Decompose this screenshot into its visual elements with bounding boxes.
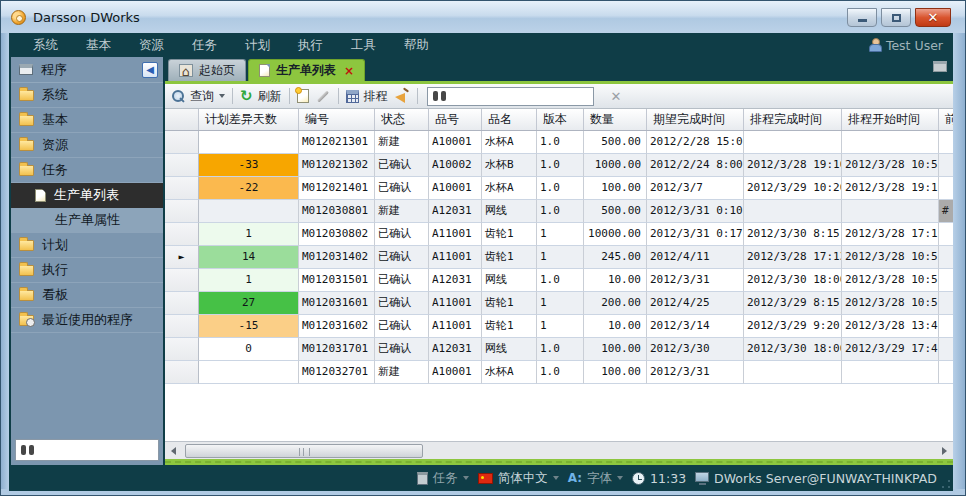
toolbar: 查询 ↻ 刷新 排程 ✕	[165, 84, 953, 109]
cell-sched_end: 2012/3/28 17:13	[744, 246, 842, 269]
row-selector-cell[interactable]	[165, 200, 199, 223]
magnifier-icon	[172, 90, 185, 103]
folder-icon	[19, 165, 34, 176]
row-selector-cell[interactable]	[165, 154, 199, 177]
tab-1[interactable]: 生产单列表×	[248, 59, 365, 81]
column-header-7[interactable]: 期望完成时间	[647, 109, 744, 130]
minimize-button[interactable]	[847, 8, 877, 27]
menu-item-4[interactable]: 计划	[231, 33, 284, 57]
column-header-3[interactable]: 品号	[429, 109, 482, 130]
cell-part_name: 网线	[482, 269, 537, 292]
horizontal-scrollbar[interactable]	[165, 441, 953, 459]
table-row[interactable]: 0M012031701已确认A12031网线1.0100.002012/3/30…	[165, 338, 953, 361]
maximize-button[interactable]	[881, 8, 911, 27]
toolbar-search-box: ✕	[427, 87, 594, 106]
column-header-1[interactable]: 编号	[299, 109, 375, 130]
toolbar-search-input[interactable]	[451, 89, 606, 103]
menu-item-5[interactable]: 执行	[284, 33, 337, 57]
table-row[interactable]: M012032701新建A10001水杯A1.0100.002012/3/31	[165, 361, 953, 384]
table-row[interactable]: M012021301新建A10001水杯A1.0500.002012/2/28 …	[165, 131, 953, 154]
row-selector-cell[interactable]	[165, 361, 199, 384]
sidebar-item-label: 生产单属性	[55, 211, 120, 229]
row-selector-cell[interactable]	[165, 292, 199, 315]
column-header-5[interactable]: 版本	[537, 109, 584, 130]
table-row[interactable]: 1M012030802已确认A11001齿轮1110000.002012/3/3…	[165, 223, 953, 246]
menu-item-0[interactable]: 系统	[19, 33, 72, 57]
status-font-menu[interactable]: A: 字体	[568, 470, 623, 487]
status-language-menu[interactable]: 简体中文	[478, 470, 559, 487]
scrollbar-thumb[interactable]	[185, 444, 423, 458]
column-header-4[interactable]: 品名	[482, 109, 537, 130]
table-row[interactable]: ►14M012031402已确认A11001齿轮11245.002012/4/1…	[165, 246, 953, 269]
table-row[interactable]: M012030801新建A12031网线1.0500.002012/3/31 0…	[165, 200, 953, 223]
sidebar-item-0[interactable]: 系统	[11, 83, 163, 108]
sidebar-item-1[interactable]: 基本	[11, 108, 163, 133]
row-selector-cell[interactable]: ►	[165, 246, 199, 269]
sidebar-item-3[interactable]: 任务	[11, 158, 163, 183]
table-row[interactable]: -15M012031602已确认A11001齿轮1110.002012/3/14…	[165, 315, 953, 338]
menu-bar: 系统基本资源任务计划执行工具帮助 Test User	[9, 33, 953, 57]
cell-version: 1.0	[537, 131, 584, 154]
cell-version: 1	[537, 223, 584, 246]
user-indicator[interactable]: Test User	[868, 38, 943, 53]
schedule-button[interactable]: 排程	[346, 88, 388, 105]
column-header-2[interactable]: 状态	[375, 109, 429, 130]
column-header-0[interactable]: 计划差异天数	[199, 109, 299, 130]
chevron-down-icon	[553, 476, 559, 480]
collapse-sidebar-button[interactable]: ◀	[142, 62, 158, 78]
column-header-6[interactable]: 数量	[584, 109, 647, 130]
status-task-menu[interactable]: 任务	[417, 470, 469, 487]
row-selector-cell[interactable]	[165, 269, 199, 292]
row-selector-cell[interactable]	[165, 177, 199, 200]
document-list-icon[interactable]	[933, 61, 947, 72]
table-row[interactable]: 27M012031601已确认A11001齿轮11200.002012/4/25…	[165, 292, 953, 315]
scroll-right-arrow[interactable]	[936, 442, 953, 459]
row-selector-cell[interactable]	[165, 315, 199, 338]
table-row[interactable]: -33M012021302已确认A10002水杯B1.01000.002012/…	[165, 154, 953, 177]
cell-sched_end: 2012/3/29 8:15	[744, 292, 842, 315]
sidebar-item-label: 生产单列表	[54, 186, 119, 204]
sidebar-item-8[interactable]: 看板	[11, 283, 163, 308]
table-row[interactable]: -22M012021401已确认A10001水杯A1.0100.002012/3…	[165, 177, 953, 200]
edit-button[interactable]	[316, 95, 331, 98]
menu-item-3[interactable]: 任务	[178, 33, 231, 57]
menu-item-2[interactable]: 资源	[125, 33, 178, 57]
cell-id: M012031402	[299, 246, 375, 269]
tab-0[interactable]: ⌂起始页	[168, 59, 246, 81]
cell-sched_end: 2012/3/30 18:00	[744, 269, 842, 292]
close-tab-icon[interactable]: ×	[344, 64, 354, 78]
cell-sched_start	[842, 361, 939, 384]
new-button[interactable]	[297, 89, 309, 103]
clean-button[interactable]	[395, 89, 410, 103]
close-button[interactable]: ✕	[915, 8, 951, 27]
sidebar-item-4[interactable]: 生产单列表	[11, 183, 163, 208]
sidebar-item-6[interactable]: 计划	[11, 233, 163, 258]
sidebar-item-2[interactable]: 资源	[11, 133, 163, 158]
column-header-9[interactable]: 排程开始时间	[842, 109, 939, 130]
row-selector-cell[interactable]	[165, 223, 199, 246]
sidebar-item-label: 执行	[42, 261, 68, 279]
cell-part_name: 网线	[482, 338, 537, 361]
query-button[interactable]: 查询	[172, 88, 225, 105]
cell-sched_end: 2012/3/28 19:10	[744, 154, 842, 177]
cell-extra	[939, 292, 953, 315]
scroll-left-arrow[interactable]	[165, 442, 182, 459]
refresh-button[interactable]: ↻ 刷新	[240, 88, 282, 105]
resize-grip-icon[interactable]	[941, 479, 951, 489]
cell-status: 新建	[375, 361, 429, 384]
row-selector-cell[interactable]	[165, 131, 199, 154]
menu-item-1[interactable]: 基本	[72, 33, 125, 57]
sidebar-item-7[interactable]: 执行	[11, 258, 163, 283]
row-selector-cell[interactable]	[165, 338, 199, 361]
sidebar-item-9[interactable]: 最近使用的程序	[11, 308, 163, 333]
cell-diff: -22	[199, 177, 299, 200]
column-header-8[interactable]: 排程完成时间	[744, 109, 842, 130]
cell-id: M012031701	[299, 338, 375, 361]
table-row[interactable]: 1M012031501已确认A12031网线1.010.002012/3/312…	[165, 269, 953, 292]
sidebar-item-5[interactable]: 生产单属性	[11, 208, 163, 233]
status-clock: 11:33	[632, 471, 686, 486]
menu-item-6[interactable]: 工具	[337, 33, 390, 57]
menu-item-7[interactable]: 帮助	[390, 33, 443, 57]
column-header-10[interactable]: 前	[939, 109, 953, 130]
clear-search-icon[interactable]: ✕	[611, 90, 622, 103]
